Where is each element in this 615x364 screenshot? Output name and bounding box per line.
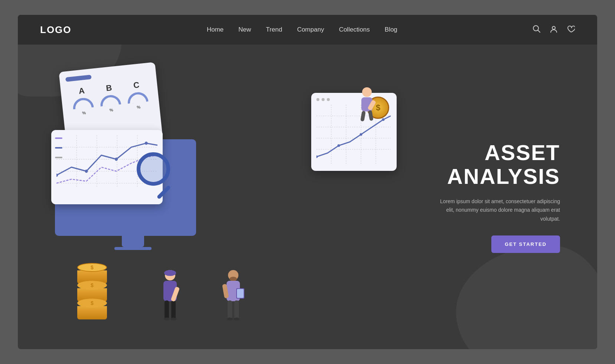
- magnifier-glass: [137, 152, 170, 186]
- coin-top: [77, 263, 107, 272]
- svg-point-2: [552, 26, 555, 29]
- nav-links: Home New Trend Company Collections Blog: [207, 26, 397, 33]
- coin-side-3: [77, 306, 107, 319]
- svg-point-12: [85, 170, 88, 173]
- svg-point-33: [170, 318, 176, 321]
- svg-rect-48: [368, 110, 374, 121]
- search-icon[interactable]: [533, 25, 541, 35]
- svg-rect-30: [165, 300, 169, 319]
- svg-point-14: [145, 142, 148, 145]
- page-wrapper: LOGO Home New Trend Company Collections …: [18, 15, 597, 349]
- svg-point-13: [115, 157, 118, 161]
- main-content: A % B % C %: [18, 45, 597, 349]
- svg-point-36: [230, 277, 237, 281]
- text-area: ASSET ANALYSIS Lorem ipsum dolor sit ame…: [434, 141, 575, 253]
- coin-stack: [77, 266, 107, 319]
- gauge-c-label: C: [133, 80, 140, 91]
- heart-icon[interactable]: [567, 25, 575, 35]
- cta-button[interactable]: GET STARTED: [491, 235, 560, 253]
- dot-2: [322, 98, 325, 101]
- svg-point-24: [338, 144, 340, 147]
- svg-rect-41: [234, 300, 239, 319]
- nav-home[interactable]: Home: [207, 26, 224, 33]
- dot-3: [327, 98, 330, 101]
- gauge-a-label: A: [78, 86, 85, 96]
- monitor-base: [114, 247, 152, 250]
- svg-point-42: [227, 318, 233, 321]
- gauge-b: B %: [98, 82, 122, 113]
- svg-point-43: [234, 318, 240, 321]
- monitor-stand: [122, 236, 144, 247]
- nav-collections[interactable]: Collections: [339, 26, 370, 33]
- gauge-b-percent: %: [109, 107, 113, 112]
- gauge-b-arc: [100, 94, 121, 107]
- nav-icons: [533, 25, 575, 35]
- nav-new[interactable]: New: [238, 26, 251, 33]
- hero-title-line1: ASSET: [485, 140, 560, 165]
- svg-rect-47: [360, 111, 366, 121]
- gauge-a-percent: %: [82, 110, 86, 115]
- dot-1: [316, 98, 319, 101]
- coin-3: [77, 299, 107, 308]
- hero-title: ASSET ANALYSIS: [434, 141, 560, 188]
- gauge-c: C %: [126, 79, 149, 110]
- card-abc-gauges: A % B % C %: [66, 79, 154, 116]
- svg-rect-31: [171, 300, 176, 319]
- hero-title-line2: ANALYSIS: [447, 164, 560, 188]
- svg-rect-40: [228, 300, 232, 319]
- card-abc-bar: [65, 75, 92, 82]
- user-icon[interactable]: [550, 25, 558, 35]
- hero-description: Lorem ipsum dolor sit amet, consectetuer…: [434, 197, 560, 224]
- gauge-a-arc: [72, 97, 94, 110]
- svg-line-1: [538, 30, 540, 32]
- gauge-b-label: B: [105, 83, 113, 93]
- magnifier: [137, 152, 170, 201]
- svg-point-32: [164, 318, 170, 321]
- gauge-c-percent: %: [137, 105, 141, 110]
- svg-point-45: [362, 87, 372, 97]
- nav-trend[interactable]: Trend: [266, 26, 282, 33]
- nav-company[interactable]: Company: [297, 26, 324, 33]
- gauge-c-arc: [127, 91, 149, 104]
- magnifier-handle: [157, 185, 171, 199]
- illustration-area: A % B % C %: [40, 45, 434, 349]
- person-man: [218, 268, 248, 329]
- svg-point-26: [382, 118, 385, 121]
- svg-point-28: [164, 270, 176, 276]
- svg-rect-39: [237, 289, 244, 298]
- nav-blog[interactable]: Blog: [385, 26, 397, 33]
- nav-logo: LOGO: [40, 24, 72, 36]
- person-woman: [155, 268, 185, 329]
- gauge-a: A %: [71, 85, 95, 116]
- svg-point-25: [360, 133, 362, 136]
- coin-2: [77, 281, 107, 290]
- person-sitting: [354, 85, 380, 124]
- navbar: LOGO Home New Trend Company Collections …: [18, 15, 597, 45]
